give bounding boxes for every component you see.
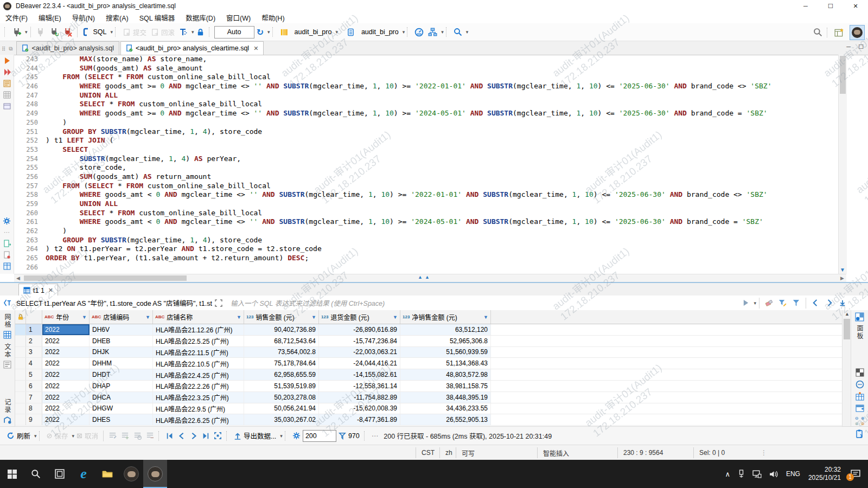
row-number-cell[interactable]: 6: [26, 381, 42, 391]
row-number-cell[interactable]: 7: [26, 392, 42, 403]
code-line-248[interactable]: 248 SELECT * FROM custom_online_sale_bil…: [14, 100, 838, 109]
column-header-5[interactable]: 123净销售金额 (元)▼: [400, 310, 491, 324]
network-tray-icon[interactable]: [752, 470, 762, 478]
code-line-249[interactable]: 249 WHERE goods_amt >= 0 AND mgclear_tim…: [14, 109, 838, 118]
menu-item-3[interactable]: 搜索(A): [100, 12, 134, 23]
code-line-261[interactable]: 261 WHERE goods_amt < 0 AND mgclear_time…: [14, 217, 838, 227]
code-line-264[interactable]: 264) t2 ON t1.perYear = t2.perYear AND t…: [14, 245, 838, 254]
code-line-253[interactable]: 253 SELECT: [14, 145, 838, 155]
panels-toggle-icon[interactable]: [855, 312, 864, 322]
menu-item-6[interactable]: 窗口(W): [221, 12, 256, 23]
reconnect-button[interactable]: ↻: [48, 27, 60, 38]
cell-r5-c0[interactable]: 2022: [42, 369, 90, 380]
presentation-tab-grid[interactable]: 网格: [3, 313, 12, 329]
execute-statement-icon[interactable]: [3, 57, 11, 65]
cell-r5-c3[interactable]: 62,958,655.59: [244, 369, 319, 380]
results-vscroll-up-icon[interactable]: ▲: [845, 311, 850, 317]
next-row-icon[interactable]: [188, 431, 199, 441]
menu-item-5[interactable]: 数据库(D): [180, 12, 221, 23]
code-line-243[interactable]: 243 MAX(store_name) AS store_name,: [14, 55, 838, 64]
fetch-size-input[interactable]: [303, 430, 336, 442]
cell-r6-c1[interactable]: DHAP: [90, 381, 153, 391]
column-filter-icon[interactable]: ▼: [145, 314, 150, 320]
filter-history-dropdown[interactable]: ▾: [754, 300, 756, 306]
fetch-all-button[interactable]: 970: [337, 431, 361, 441]
file-explorer-icon[interactable]: [95, 460, 119, 488]
value-viewer-icon[interactable]: [856, 380, 864, 389]
apply-filter-play-icon[interactable]: [742, 299, 749, 306]
cell-r8-c0[interactable]: 2022: [42, 403, 90, 414]
minimize-button[interactable]: ─: [793, 0, 818, 12]
connection-dropdown[interactable]: ▾: [335, 29, 338, 35]
cell-r1-c1[interactable]: DH6V: [90, 324, 153, 335]
code-line-252[interactable]: 252) t1 LEFT JOIN (: [14, 136, 838, 145]
code-line-259[interactable]: 259 UNION ALL: [14, 200, 838, 209]
grid-toggle-icon[interactable]: [3, 91, 11, 99]
filter-query-text[interactable]: SELECT t1.perYear AS "年份", t1.store_code…: [16, 298, 212, 308]
taskbar-clock[interactable]: 20:32 2025/10/21: [808, 466, 841, 482]
references-panel-icon[interactable]: [856, 404, 864, 413]
start-button[interactable]: [0, 460, 24, 488]
delete-row-icon[interactable]: [144, 431, 156, 441]
export-dropdown[interactable]: ▾: [280, 433, 283, 439]
code-line-244[interactable]: 244 SUM(goods_amt) AS sale_amount: [14, 64, 838, 73]
cell-r2-c2[interactable]: HLA唯品会22.5.25 (广州): [153, 336, 244, 346]
presentation-tab-text[interactable]: 文本: [3, 343, 12, 358]
cell-r6-c0[interactable]: 2022: [42, 381, 90, 391]
cell-r2-c3[interactable]: 68,712,543.64: [244, 336, 319, 346]
cell-r1-c4[interactable]: -26,890,616.89: [319, 324, 400, 335]
row-number-cell[interactable]: 1: [26, 324, 42, 335]
edit-filter-icon[interactable]: [778, 299, 787, 307]
search-dropdown[interactable]: ▾: [466, 29, 469, 35]
menu-item-7[interactable]: 帮助(H): [256, 12, 290, 23]
last-row-icon[interactable]: [200, 431, 211, 441]
usb-tray-icon[interactable]: [738, 470, 745, 478]
editor-tab-1[interactable]: <audit_bi_pro> analysis_cleartime.sql✕: [120, 41, 264, 55]
cell-r4-c5[interactable]: 51,134,368.43: [400, 358, 491, 369]
text-presentation-icon[interactable]: [3, 361, 11, 369]
refresh-dropdown[interactable]: ▾: [34, 433, 37, 439]
cell-r2-c1[interactable]: DHEB: [90, 336, 153, 346]
cell-r3-c2[interactable]: HLA唯品会22.11.5 (广州): [153, 347, 244, 358]
code-line-260[interactable]: 260 SELECT * FROM custom_online_sale_bil…: [14, 209, 838, 218]
cell-r7-c0[interactable]: 2022: [42, 392, 90, 403]
column-header-3[interactable]: 123销售金额 (元)▼: [244, 310, 319, 324]
transaction-mode-button[interactable]: [177, 27, 189, 37]
dbeaver-taskbar-icon[interactable]: [119, 460, 143, 488]
focus-row-icon[interactable]: [212, 431, 224, 441]
menu-item-4[interactable]: SQL 编辑器: [134, 12, 181, 23]
code-line-246[interactable]: 246 WHERE goods_amt >= 0 AND mgclear_tim…: [14, 82, 838, 91]
editor-tab-close-icon[interactable]: ✕: [253, 45, 258, 52]
record-mode-icon[interactable]: [3, 416, 11, 424]
cell-r2-c4[interactable]: -15,747,236.84: [319, 336, 400, 346]
save-file-icon[interactable]: [3, 251, 11, 259]
cell-r7-c5[interactable]: 38,448,395.19: [400, 392, 491, 403]
column-header-4[interactable]: 123退货金额 (元)▼: [319, 310, 400, 324]
cell-r3-c1[interactable]: DHJK: [90, 347, 153, 358]
user-avatar[interactable]: [850, 25, 865, 40]
metadata-panel-icon[interactable]: [856, 392, 864, 401]
clipboard-icon[interactable]: [855, 429, 864, 438]
sql-editor-dropdown[interactable]: ▾: [111, 29, 113, 35]
column-header-2[interactable]: ABC店铺名称▼: [153, 310, 244, 324]
cell-r6-c3[interactable]: 51,539,519.89: [244, 381, 319, 391]
editor-vscroll-down-icon[interactable]: ▼: [840, 267, 845, 273]
cell-r8-c2[interactable]: HLA唯品会22.9.5 (广州): [153, 403, 244, 414]
code-line-262[interactable]: 262 ): [14, 227, 838, 236]
edge-browser-icon[interactable]: e: [72, 460, 95, 488]
export-data-button[interactable]: 导出数据...: [232, 429, 278, 442]
column-filter-icon[interactable]: ▼: [82, 314, 87, 320]
task-view-icon[interactable]: [48, 460, 72, 488]
row-number-cell[interactable]: 2: [26, 336, 42, 346]
explain-plan-icon[interactable]: [3, 80, 11, 87]
cell-r8-c4[interactable]: -15,620,008.39: [319, 403, 400, 414]
maximize-button[interactable]: ☐: [818, 0, 843, 12]
cell-r2-c0[interactable]: 2022: [42, 336, 90, 346]
cell-r8-c1[interactable]: DHGW: [90, 403, 153, 414]
cell-r3-c0[interactable]: 2022: [42, 347, 90, 358]
editor-partlist-icon[interactable]: ⠿: [2, 46, 5, 52]
notification-center-icon[interactable]: 1: [851, 470, 860, 479]
row-number-cell[interactable]: 5: [26, 369, 42, 380]
first-row-icon[interactable]: [164, 431, 175, 441]
cell-r3-c5[interactable]: 51,560,939.59: [400, 347, 491, 358]
